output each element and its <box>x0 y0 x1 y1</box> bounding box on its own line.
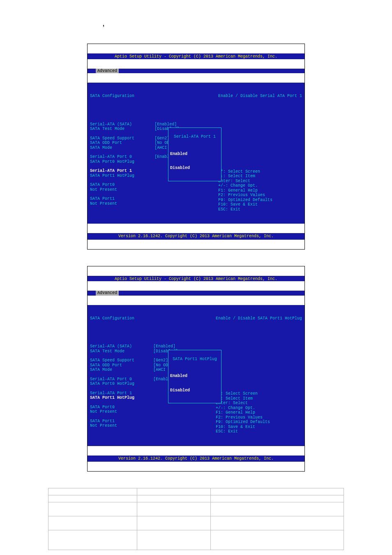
bios-setting-label: SATA Port0 <box>90 183 154 187</box>
bios-hotkey-line: F10: Save & Exit <box>216 425 302 430</box>
bios-setting-value <box>153 423 211 428</box>
bios1-footer: Version 2.16.1242. Copyright (C) 2013 Am… <box>88 233 304 240</box>
bios-setting-value <box>154 183 213 187</box>
bios-setting-label: Serial-ATA (SATA) <box>90 122 154 127</box>
bios-setting-row: Serial-ATA (SATA)[Enabled] <box>90 122 213 127</box>
bios-setting-value <box>154 187 213 192</box>
table-hdr-0 <box>48 488 137 495</box>
bios-setting-label: SATA Test Mode <box>90 349 153 354</box>
bios-hotkey-line: ESC: Exit <box>216 429 302 434</box>
bios-setting-label: Serial-ATA Port 0 <box>90 155 154 160</box>
doc-table <box>48 488 344 550</box>
bios-setting-value <box>153 419 211 424</box>
bios-setting-label: Serial-ATA Port 1 <box>90 391 153 396</box>
bios-setting-row: SATA Port1 <box>90 419 211 424</box>
bios-hotkey-line: F10: Save & Exit <box>218 202 302 207</box>
bios1-popup-opt-enabled: Enabled <box>170 152 219 157</box>
bios-setting-label: SATA Port0 HotPlug <box>90 382 153 386</box>
bios2-help: Enable / Disable SATA Port1 HotPlug <box>216 316 302 321</box>
bios1-popup: Serial-ATA Port 1 Enabled Disabled <box>168 127 221 181</box>
bios-hotkey-line: Enter: Select <box>218 179 302 184</box>
bios-setting-value <box>154 201 213 206</box>
bios2-popup-opt-disabled: Disabled <box>170 388 219 393</box>
table-cell <box>137 516 211 530</box>
bios-hotkey-line: +/-: Change Opt. <box>216 406 302 411</box>
bios2-header: Aptio Setup Utility - Copyright (C) 2013… <box>88 276 304 282</box>
bios-setting-label: SATA ODD Port <box>90 363 153 368</box>
bios-setting-row: SATA Port1 <box>90 197 213 201</box>
bios2-tab-advanced: Advanced <box>96 291 119 296</box>
bios1-popup-opt-disabled: Disabled <box>170 166 219 171</box>
bios-screenshot-1: Aptio Setup Utility - Copyright (C) 2013… <box>87 44 305 250</box>
bios2-tabrow: Advanced <box>88 291 304 296</box>
table-header-row <box>48 488 344 495</box>
table-row <box>48 516 344 530</box>
bios-hotkey-line: Enter: Select <box>216 401 302 406</box>
bios-setting-label: SATA Port1 <box>90 197 154 201</box>
bios-setting-label: SATA Port0 <box>90 405 153 410</box>
table-cell <box>137 495 211 502</box>
bios-setting-label: SATA Port1 HotPlug <box>90 173 154 178</box>
bios-setting-label: SATA Mode <box>90 146 154 150</box>
bios-setting-value <box>154 197 213 201</box>
bios1-hotkeys: **: Select Screen↑↓: Select ItemEnter: S… <box>218 169 302 212</box>
bios-setting-value <box>153 405 211 410</box>
bios-hotkey-line: +/-: Change Opt. <box>218 183 302 188</box>
bios1-tab-advanced: Advanced <box>96 69 119 74</box>
bios2-hotkeys: **: Select Screen↑↓: Select ItemEnter: S… <box>216 391 302 434</box>
table-cell <box>137 530 211 550</box>
bios2-footer: Version 2.16.1242. Copyright (C) 2013 Am… <box>88 456 304 462</box>
table-cell <box>48 516 137 530</box>
bios-setting-label: SATA Port0 HotPlug <box>90 160 154 164</box>
bios-setting-label: SATA Port1 HotPlug <box>90 395 153 400</box>
bios-setting-label: Serial-ATA (SATA) <box>90 344 153 349</box>
bios-setting-label: SATA Speed Support <box>90 358 153 363</box>
table-cell <box>211 516 344 530</box>
bios1-popup-title: Serial-ATA Port 1 <box>173 134 217 139</box>
table-cell <box>211 530 344 550</box>
table-row <box>48 530 344 550</box>
bios-setting-row: Not Present <box>90 409 211 414</box>
table-hdr-2 <box>211 488 344 495</box>
bios-hotkey-line: F1: General Help <box>218 188 302 193</box>
bios-setting-label: Not Present <box>90 201 154 206</box>
bios-setting-row: SATA Port0 <box>90 183 213 187</box>
bios-setting-value: [Enabled] <box>153 344 211 349</box>
bios-hotkey-line: F9: Optimized Defaults <box>216 420 302 425</box>
bios-screenshot-2: Aptio Setup Utility - Copyright (C) 2013… <box>87 266 305 472</box>
table-cell <box>137 502 211 516</box>
bios-setting-label: Not Present <box>90 409 153 414</box>
bios2-popup-opt-enabled: Enabled <box>170 374 219 379</box>
table-cell <box>211 495 344 502</box>
table-row <box>48 502 344 516</box>
bios-hotkey-line: F2: Previous Values <box>216 415 302 420</box>
bios1-header: Aptio Setup Utility - Copyright (C) 2013… <box>88 53 304 59</box>
bios-setting-value <box>153 409 211 414</box>
table-row <box>48 495 344 502</box>
bios-hotkey-line: ↑↓: Select Item <box>218 174 302 179</box>
bios-hotkey-line: F9: Optimized Defaults <box>218 198 302 203</box>
bios-setting-label: SATA Test Mode <box>90 127 154 132</box>
bios-setting-value: [Enabled] <box>154 122 213 127</box>
bios-hotkey-line: F1: General Help <box>216 410 302 415</box>
bios-setting-row: Not Present <box>90 423 211 428</box>
bios-setting-label: SATA Speed Support <box>90 136 154 141</box>
bios-setting-row: Not Present <box>90 201 213 206</box>
bios-setting-label: SATA Mode <box>90 368 153 372</box>
bios-hotkey-line: **: Select Screen <box>218 169 302 174</box>
bios-setting-label: Not Present <box>90 187 154 192</box>
bios-setting-label: SATA Port1 <box>90 419 153 424</box>
bios1-title: SATA Configuration <box>90 94 154 99</box>
table-hdr-1 <box>137 488 211 495</box>
bios2-popup-title: SATA Port1 HotPlug <box>172 357 218 361</box>
bios-hotkey-line: ESC: Exit <box>218 207 302 212</box>
bios-hotkey-line: F2: Previous Values <box>218 193 302 198</box>
bios1-tabrow: Advanced <box>88 69 304 74</box>
bios2-title: SATA Configuration <box>90 316 153 321</box>
bios-setting-row: SATA Port0 <box>90 405 211 410</box>
bios-setting-label: SATA ODD Port <box>90 141 154 146</box>
bios-setting-label: Serial-ATA Port 0 <box>90 377 153 382</box>
bios-setting-label: Serial-ATA Port 1 <box>90 169 154 173</box>
bios-setting-label: Not Present <box>90 423 153 428</box>
bios-hotkey-line: **: Select Screen <box>216 391 302 396</box>
